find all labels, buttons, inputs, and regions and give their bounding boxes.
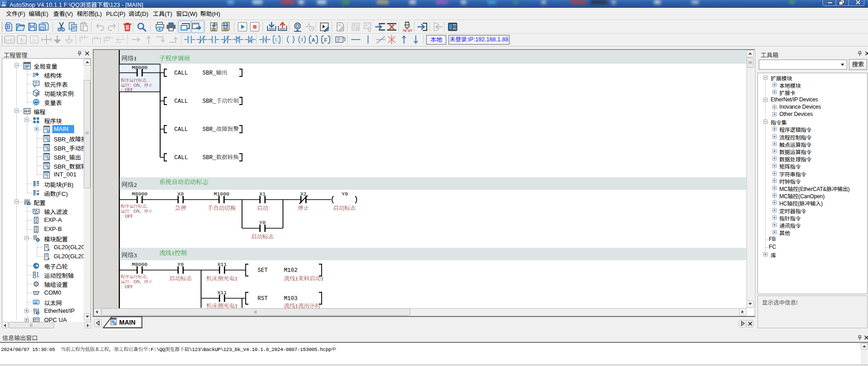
svg-text:F: F <box>324 37 328 43</box>
svg-text:机床侧光电1: 机床侧光电1 <box>207 276 238 282</box>
svg-text:M8000: M8000 <box>132 261 148 267</box>
svg-text:M103: M103 <box>284 296 298 302</box>
svg-text:SBR_输出: SBR_输出 <box>202 70 227 76</box>
svg-text:S: S <box>47 156 49 160</box>
svg-text:A: A <box>312 37 315 43</box>
svg-text:运行：ON，停止: 运行：ON，停止 <box>121 83 153 88</box>
svg-text:M: M <box>47 129 50 133</box>
svg-text:M1000: M1000 <box>214 191 230 197</box>
svg-text:CALL: CALL <box>174 155 188 161</box>
svg-text:S: S <box>47 147 49 151</box>
svg-text:：OFF: ：OFF <box>121 214 133 219</box>
svg-text:运行：ON，停止: 运行：ON，停止 <box>121 279 153 284</box>
svg-text:SBR_手动控制: SBR_手动控制 <box>202 98 239 105</box>
svg-text:Y0: Y0 <box>259 220 266 226</box>
svg-text:子程序调用: 子程序调用 <box>159 55 190 62</box>
svg-text:X0: X0 <box>177 191 184 197</box>
svg-text:RST: RST <box>257 296 268 302</box>
svg-text:TE ST: TE ST <box>403 29 413 32</box>
svg-text:CALL: CALL <box>174 70 188 76</box>
svg-text:C: C <box>275 37 278 42</box>
svg-text:SBR_数据转换: SBR_数据转换 <box>202 154 239 161</box>
svg-text:I: I <box>47 175 48 179</box>
svg-text:S: S <box>33 37 35 43</box>
svg-text:急停: 急停 <box>175 205 186 211</box>
svg-text:机床侧光电1: 机床侧光电1 <box>207 303 238 308</box>
svg-text:X11: X11 <box>217 290 227 296</box>
svg-text:网络3: 网络3 <box>121 252 137 259</box>
svg-text:CALL: CALL <box>174 126 188 133</box>
svg-text:启动标志: 启动标志 <box>169 276 192 282</box>
svg-text:Y0: Y0 <box>342 191 348 197</box>
svg-text:流线1流出计时: 流线1流出计时 <box>284 303 321 308</box>
svg-text:运行：ON，停止: 运行：ON，停止 <box>121 209 153 214</box>
svg-text:S: S <box>264 37 267 42</box>
svg-text:启动: 启动 <box>257 205 268 211</box>
svg-text:：OFF: ：OFF <box>121 285 133 289</box>
svg-text:网络2: 网络2 <box>121 181 137 188</box>
svg-text:流线1控制: 流线1控制 <box>159 250 187 256</box>
svg-text:S: S <box>47 165 49 170</box>
svg-text:CALL: CALL <box>174 98 188 105</box>
svg-text:S: S <box>47 138 49 142</box>
svg-text:程序运行标志，: 程序运行标志， <box>121 78 151 83</box>
svg-text:网络1: 网络1 <box>121 55 137 62</box>
svg-text:手自动切换: 手自动切换 <box>207 205 236 211</box>
svg-text:程序运行标志，: 程序运行标志， <box>121 204 151 209</box>
svg-text:停止: 停止 <box>298 205 309 211</box>
svg-text:LAD: LAD <box>6 38 14 42</box>
svg-text:流线1来料启动1: 流线1来料启动1 <box>284 276 324 282</box>
svg-text:S: S <box>20 36 23 43</box>
svg-text:启动标志: 启动标志 <box>251 234 274 240</box>
svg-text:SET: SET <box>257 267 268 274</box>
svg-text:系统自动启动标志: 系统自动启动标志 <box>159 179 208 186</box>
svg-text:X11: X11 <box>217 261 227 267</box>
svg-text:M8000: M8000 <box>132 65 148 70</box>
svg-text:X2: X2 <box>300 191 307 197</box>
svg-text:Y0: Y0 <box>177 261 184 267</box>
svg-text:X1: X1 <box>259 191 266 197</box>
svg-text:启动标志: 启动标志 <box>333 205 356 211</box>
svg-text:程序运行标志，: 程序运行标志， <box>121 274 151 279</box>
svg-text:SBR_故障报警: SBR_故障报警 <box>202 126 239 133</box>
svg-text:M8000: M8000 <box>132 191 148 197</box>
svg-text:：OFF: ：OFF <box>121 88 133 92</box>
svg-text:M102: M102 <box>284 267 298 274</box>
